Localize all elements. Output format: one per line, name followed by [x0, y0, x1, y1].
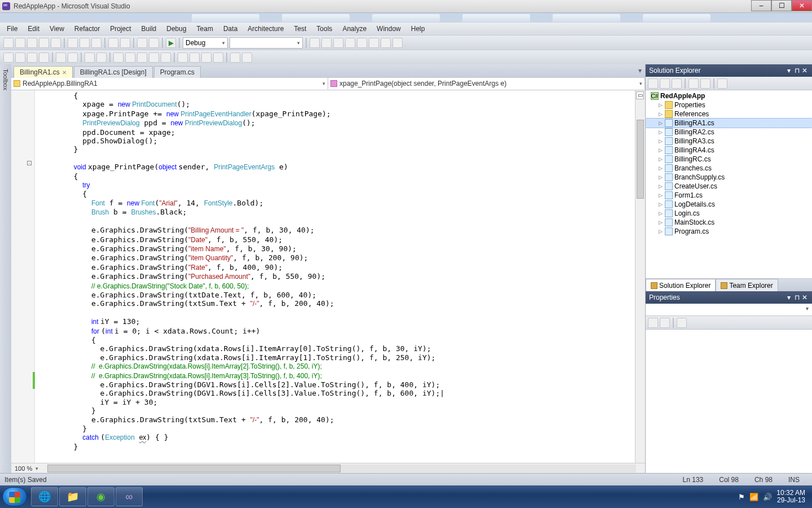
zoom-dropdown-icon[interactable]: ▾ [36, 466, 38, 471]
taskbar-explorer[interactable]: 📁 [59, 487, 86, 506]
toolbox-tab[interactable]: Toolbox [0, 64, 11, 473]
prop-close-icon[interactable]: ✕ [801, 294, 809, 301]
expand-icon[interactable]: ▷ [657, 147, 663, 153]
sln-tool-6[interactable] [717, 78, 727, 89]
collapse-toggle-icon[interactable]: - [27, 161, 32, 165]
platform-combo[interactable] [230, 37, 303, 49]
tree-node[interactable]: ▷Branches.cs [646, 164, 812, 173]
outdent-button[interactable] [56, 52, 66, 63]
tree-node[interactable]: ▷MainStock.cs [646, 218, 812, 227]
hscroll-track[interactable] [47, 465, 636, 472]
vscroll-thumb[interactable] [637, 120, 644, 199]
tb-g[interactable] [381, 38, 391, 48]
tt-g[interactable] [201, 52, 211, 63]
menu-architecture[interactable]: Architecture [243, 24, 288, 34]
code-editor[interactable]: - { xpage = new PrintDocument(); xpage.P… [11, 90, 645, 473]
solution-tree[interactable]: C#RedAppleApp▷Properties▷References▷Bill… [646, 90, 812, 279]
new-project-button[interactable] [3, 38, 14, 48]
tree-node[interactable]: ▷LogDetails.cs [646, 200, 812, 209]
menu-build[interactable]: Build [137, 24, 161, 34]
tt-c[interactable] [149, 52, 159, 63]
start-button[interactable] [2, 487, 27, 506]
type-nav-combo[interactable]: RedAppleApp.BillingRA1 [11, 78, 328, 89]
add-item-button[interactable] [15, 38, 25, 48]
vertical-scrollbar[interactable]: ▭ [635, 90, 645, 463]
tb-b[interactable] [321, 38, 332, 48]
tb-f[interactable] [369, 38, 379, 48]
prop-pages-button[interactable] [677, 318, 687, 328]
sln-tool-5[interactable] [700, 78, 710, 89]
save-all-button[interactable] [51, 38, 61, 48]
undo-button[interactable] [108, 38, 118, 48]
project-node[interactable]: C#RedAppleApp [646, 91, 812, 100]
menu-help[interactable]: Help [407, 24, 430, 34]
sln-tool-3[interactable] [672, 78, 682, 89]
hscroll-thumb[interactable] [47, 465, 341, 472]
expand-icon[interactable]: ▷ [657, 156, 663, 162]
copy-button[interactable] [80, 38, 90, 48]
tt-3[interactable] [27, 52, 37, 63]
tt-1[interactable] [3, 52, 14, 63]
uncomment-button[interactable] [96, 52, 107, 63]
bookmark-button[interactable] [113, 52, 123, 63]
menu-tools[interactable]: Tools [312, 24, 337, 34]
properties-grid[interactable] [646, 330, 812, 473]
doc-tabs-dropdown-icon[interactable]: ▾ [638, 67, 642, 75]
taskbar-vs[interactable]: ∞ [116, 487, 143, 506]
tb-a[interactable] [310, 38, 320, 48]
tree-node[interactable]: ▷Form1.cs [646, 191, 812, 200]
tree-node[interactable]: ▷BillingRA2.cs [646, 128, 812, 137]
prop-categorized-button[interactable] [648, 318, 658, 328]
indent-button[interactable] [68, 52, 78, 63]
split-icon[interactable]: ▭ [636, 91, 644, 99]
tree-node[interactable]: ▷BillingRA4.cs [646, 146, 812, 155]
document-tab[interactable]: Program.cs [154, 66, 201, 78]
tt-2[interactable] [15, 52, 25, 63]
menu-analyze[interactable]: Analyze [338, 24, 371, 34]
maximize-button[interactable]: ☐ [771, 0, 792, 11]
taskbar-app-3[interactable]: ◉ [87, 487, 114, 506]
start-button[interactable]: ▶ [166, 38, 176, 48]
expand-icon[interactable]: ▷ [657, 229, 663, 234]
tt-e[interactable] [178, 52, 188, 63]
save-button[interactable] [39, 38, 49, 48]
tray-volume-icon[interactable]: 🔊 [763, 493, 772, 501]
panel-tab[interactable]: Solution Explorer [646, 279, 716, 291]
tray-network-icon[interactable]: 📶 [749, 493, 758, 501]
menu-data[interactable]: Data [219, 24, 242, 34]
sln-tool-4[interactable] [689, 78, 699, 89]
tree-node[interactable]: ▷BranchSupply.cs [646, 173, 812, 182]
panel-pin-icon[interactable]: ⊓ [793, 67, 801, 75]
tb-e[interactable] [357, 38, 367, 48]
paste-button[interactable] [91, 38, 102, 48]
tree-node[interactable]: ▷BillingRC.cs [646, 155, 812, 164]
nav-fwd-button[interactable] [149, 38, 159, 48]
expand-icon[interactable]: ▷ [657, 111, 663, 117]
tb-d[interactable] [345, 38, 355, 48]
tt-d[interactable] [161, 52, 171, 63]
sln-tool-1[interactable] [648, 78, 658, 89]
menu-team[interactable]: Team [192, 24, 218, 34]
tree-node[interactable]: ▷BillingRA3.cs [646, 137, 812, 146]
expand-icon[interactable]: ▷ [657, 192, 663, 198]
tt-b[interactable] [137, 52, 147, 63]
tray-flag-icon[interactable]: ⚑ [738, 493, 745, 501]
config-combo[interactable]: Debug [183, 37, 228, 49]
tt-f[interactable] [189, 52, 200, 63]
tt-4[interactable] [39, 52, 49, 63]
expand-icon[interactable]: ▷ [657, 165, 663, 171]
tab-close-icon[interactable]: ✕ [62, 69, 67, 76]
menu-view[interactable]: View [45, 24, 69, 34]
zoom-level[interactable]: 100 % [11, 465, 36, 472]
close-button[interactable]: ✕ [792, 0, 812, 11]
minimize-button[interactable]: – [751, 0, 771, 11]
code-text[interactable]: { xpage = new PrintDocument(); xpage.Pri… [38, 91, 635, 463]
menu-test[interactable]: Test [289, 24, 311, 34]
menu-project[interactable]: Project [105, 24, 135, 34]
member-nav-combo[interactable]: xpage_PrintPage(object sender, PrintPage… [328, 78, 645, 89]
prop-alpha-button[interactable] [660, 318, 670, 328]
panel-tab[interactable]: Team Explorer [716, 279, 778, 291]
nav-back-button[interactable] [137, 38, 147, 48]
menu-edit[interactable]: Edit [23, 24, 44, 34]
expand-icon[interactable]: ▷ [657, 174, 663, 180]
